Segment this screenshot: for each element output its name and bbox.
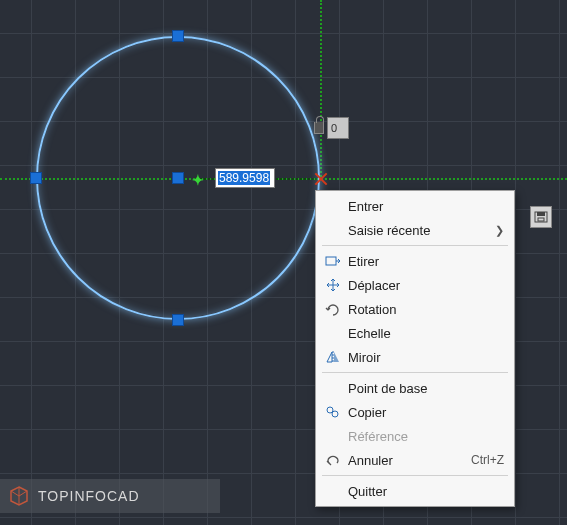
svg-rect-3 [326, 257, 336, 265]
center-marker-icon: ✦ [192, 172, 204, 188]
menu-item-recent-input[interactable]: Saisie récente ❯ [316, 218, 514, 242]
grip-left[interactable] [30, 172, 42, 184]
menu-label: Etirer [348, 254, 504, 269]
menu-label: Annuler [348, 453, 471, 468]
watermark-logo-icon [8, 485, 30, 507]
angle-value: 0 [331, 122, 337, 134]
menu-item-copy[interactable]: Copier [316, 400, 514, 424]
move-icon [322, 276, 344, 294]
context-menu: Entrer Saisie récente ❯ Etirer Déplacer … [315, 190, 515, 507]
menu-item-undo[interactable]: Annuler Ctrl+Z [316, 448, 514, 472]
menu-item-mirror[interactable]: Miroir [316, 345, 514, 369]
blank-icon [322, 482, 344, 500]
floppy-icon [534, 211, 548, 223]
menu-label: Copier [348, 405, 504, 420]
menu-item-rotate[interactable]: Rotation [316, 297, 514, 321]
menu-separator [322, 245, 508, 246]
grip-bottom[interactable] [172, 314, 184, 326]
angle-input[interactable]: 0 [327, 117, 349, 139]
rotate-icon [322, 300, 344, 318]
menu-label: Echelle [348, 326, 504, 341]
svg-point-5 [332, 411, 338, 417]
blank-icon [322, 324, 344, 342]
menu-label: Quitter [348, 484, 504, 499]
blank-icon [322, 197, 344, 215]
watermark: TOPINFOCAD [0, 479, 220, 513]
copy-icon [322, 403, 344, 421]
menu-item-move[interactable]: Déplacer [316, 273, 514, 297]
distance-input[interactable]: 589.9598 [215, 168, 275, 188]
lock-icon [314, 122, 324, 134]
menu-item-basepoint[interactable]: Point de base [316, 376, 514, 400]
menu-label: Miroir [348, 350, 504, 365]
menu-item-exit[interactable]: Quitter [316, 479, 514, 503]
grip-top[interactable] [172, 30, 184, 42]
blank-icon [322, 379, 344, 397]
menu-item-stretch[interactable]: Etirer [316, 249, 514, 273]
menu-label: Entrer [348, 199, 504, 214]
menu-item-scale[interactable]: Echelle [316, 321, 514, 345]
menu-shortcut: Ctrl+Z [471, 453, 504, 467]
svg-rect-2 [538, 218, 544, 221]
mirror-icon [322, 348, 344, 366]
menu-label: Référence [348, 429, 504, 444]
menu-separator [322, 475, 508, 476]
submenu-arrow-icon: ❯ [495, 224, 504, 237]
blank-icon [322, 221, 344, 239]
side-options-button[interactable] [530, 206, 552, 228]
menu-label: Rotation [348, 302, 504, 317]
tracking-line-vertical [320, 0, 322, 180]
grip-center[interactable] [172, 172, 184, 184]
menu-label: Déplacer [348, 278, 504, 293]
undo-icon [322, 451, 344, 469]
distance-input-value: 589.9598 [218, 171, 270, 185]
menu-item-reference: Référence [316, 424, 514, 448]
menu-label: Point de base [348, 381, 504, 396]
blank-icon [322, 427, 344, 445]
menu-item-enter[interactable]: Entrer [316, 194, 514, 218]
menu-separator [322, 372, 508, 373]
watermark-text: TOPINFOCAD [38, 488, 140, 504]
menu-label: Saisie récente [348, 223, 495, 238]
stretch-icon [322, 252, 344, 270]
svg-rect-1 [537, 212, 545, 216]
